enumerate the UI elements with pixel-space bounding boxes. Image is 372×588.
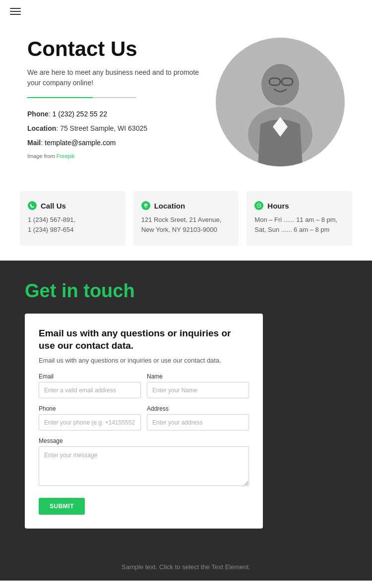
address-label: Address	[147, 405, 249, 412]
name-input[interactable]	[147, 382, 249, 398]
phone-address-row: Phone Address	[39, 405, 249, 430]
hero-left: Contact Us We are here to meet any busin…	[27, 38, 206, 159]
message-group: Message	[39, 437, 249, 486]
location-body: 121 Rock Sreet, 21 Avenue, New York, NY …	[141, 215, 231, 234]
message-row: Message	[39, 437, 249, 486]
email-name-row: Email Name	[39, 373, 249, 398]
hours-body: Mon – Fri ...... 11 am – 8 pm, Sat, Sun …	[254, 215, 344, 234]
hours-title: Hours	[267, 202, 289, 210]
svg-point-1	[261, 64, 299, 106]
phone-icon	[28, 201, 37, 210]
location-title: Location	[154, 202, 186, 210]
form-card: Email us with any questions or inquiries…	[25, 314, 263, 529]
submit-button[interactable]: SUBMIT	[39, 498, 85, 515]
hamburger-menu[interactable]	[10, 8, 21, 15]
image-credit: Image from Freepik	[27, 153, 206, 159]
call-us-title: Call Us	[41, 202, 66, 210]
location-card: Location 121 Rock Sreet, 21 Avenue, New …	[133, 191, 239, 246]
hero-title: Contact Us	[27, 38, 206, 60]
clock-icon	[254, 201, 263, 210]
footer-text: Sample text. Click to select the Text El…	[10, 563, 362, 571]
cards-section: Call Us 1 (234) 567-891, 1 (234) 987-654…	[0, 176, 372, 261]
contact-info: Phone: 1 (232) 252 55 22 Location: 75 St…	[27, 109, 206, 148]
call-us-card: Call Us 1 (234) 567-891, 1 (234) 987-654	[20, 191, 125, 246]
message-textarea[interactable]	[39, 446, 249, 486]
name-group: Name	[147, 373, 249, 398]
location-info: Location: 75 Street Sample, WI 63025	[27, 123, 206, 134]
message-label: Message	[39, 437, 249, 444]
hero-divider	[27, 97, 136, 98]
svg-point-6	[145, 204, 147, 206]
top-nav	[0, 0, 372, 23]
address-group: Address	[147, 405, 249, 430]
hero-right	[216, 38, 345, 166]
name-label: Name	[147, 373, 249, 380]
hero-subtitle: We are here to meet any business need an…	[27, 67, 206, 88]
mail-link[interactable]: template@sample.com	[45, 139, 116, 147]
phone-label: Phone	[39, 405, 141, 412]
phone-link[interactable]: 1 (232) 252 55 22	[53, 110, 108, 118]
profile-image	[216, 38, 345, 166]
mail-info: Mail: template@sample.com	[27, 138, 206, 148]
email-group: Email	[39, 373, 141, 398]
phone-info: Phone: 1 (232) 252 55 22	[27, 109, 206, 119]
get-in-touch-section: Get in touch Email us with any questions…	[0, 261, 372, 553]
email-label: Email	[39, 373, 141, 380]
call-us-body: 1 (234) 567-891, 1 (234) 987-654	[28, 215, 118, 234]
form-heading: Email us with any questions or inquiries…	[39, 327, 249, 352]
address-input[interactable]	[147, 414, 249, 430]
email-input[interactable]	[39, 382, 141, 398]
form-subtext: Email us with any questions or inquiries…	[39, 357, 249, 364]
footer: Sample text. Click to select the Text El…	[0, 553, 372, 581]
hours-card: Hours Mon – Fri ...... 11 am – 8 pm, Sat…	[247, 191, 352, 246]
phone-input[interactable]	[39, 414, 141, 430]
hero-section: Contact Us We are here to meet any busin…	[0, 23, 372, 176]
phone-group: Phone	[39, 405, 141, 430]
location-icon	[141, 201, 150, 210]
section-title: Get in touch	[25, 280, 347, 302]
freepik-link[interactable]: Freepik	[57, 153, 75, 159]
